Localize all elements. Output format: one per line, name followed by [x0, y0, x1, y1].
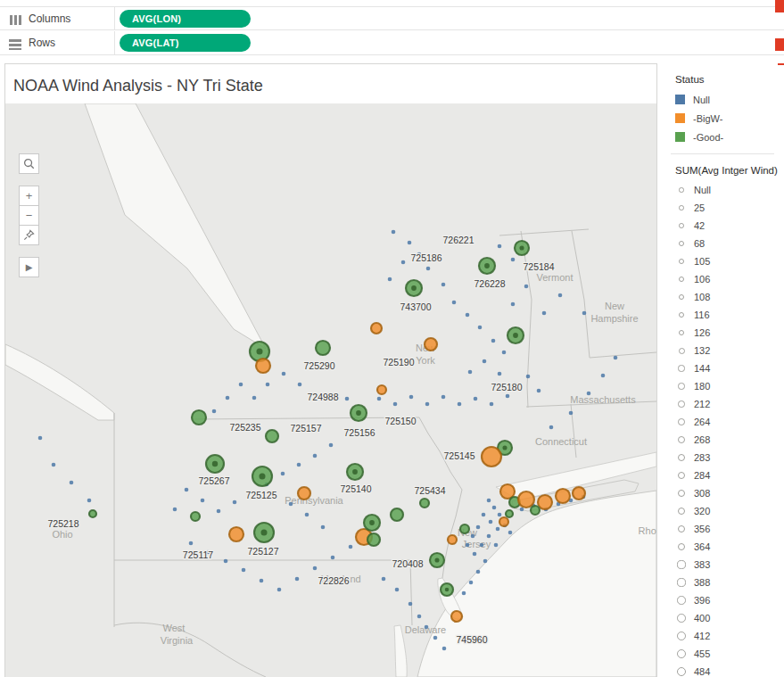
toolbar-expand-button[interactable]: ▶: [19, 257, 39, 277]
station-mark-good[interactable]: [89, 510, 96, 517]
station-mark-null[interactable]: [313, 566, 318, 571]
station-mark-null[interactable]: [442, 283, 446, 287]
size-legend-item[interactable]: 180: [667, 377, 778, 395]
station-mark-null[interactable]: [498, 372, 502, 376]
station-mark-null[interactable]: [217, 509, 221, 514]
station-mark-null[interactable]: [492, 506, 497, 510]
station-mark-null[interactable]: [282, 372, 286, 376]
station-mark-null[interactable]: [252, 396, 257, 400]
station-mark-null[interactable]: [442, 647, 447, 651]
size-legend-item[interactable]: 396: [667, 591, 778, 609]
size-legend-item[interactable]: 388: [667, 574, 778, 591]
size-legend-item[interactable]: 264: [667, 413, 778, 431]
station-mark-null[interactable]: [469, 581, 474, 585]
station-mark-good[interactable]: [316, 341, 330, 355]
station-mark-null[interactable]: [483, 559, 488, 564]
station-mark-null[interactable]: [382, 577, 386, 582]
station-mark-null[interactable]: [38, 436, 43, 441]
size-legend-item[interactable]: 400: [667, 609, 778, 627]
size-legend-item[interactable]: 132: [667, 342, 778, 359]
size-legend-item[interactable]: 144: [667, 359, 778, 377]
station-mark-null[interactable]: [569, 411, 574, 416]
station-mark-null[interactable]: [489, 520, 493, 524]
station-mark-null[interactable]: [349, 545, 353, 549]
size-legend-item[interactable]: 105: [667, 252, 778, 270]
station-mark-null[interactable]: [614, 356, 618, 360]
station-mark-null[interactable]: [511, 302, 516, 307]
station-mark-good[interactable]: [531, 506, 540, 515]
size-legend-item[interactable]: 25: [667, 199, 778, 217]
station-mark-null[interactable]: [277, 588, 282, 592]
size-legend-item[interactable]: 106: [667, 270, 778, 288]
size-legend-item[interactable]: 42: [667, 217, 778, 235]
size-legend-item[interactable]: 126: [667, 324, 778, 342]
rows-shelf[interactable]: Rows AVG(LAT): [0, 31, 784, 55]
station-mark-null[interactable]: [393, 402, 398, 407]
station-mark-null[interactable]: [466, 543, 470, 548]
station-mark-null[interactable]: [295, 577, 300, 582]
station-mark-null[interactable]: [242, 568, 246, 573]
station-mark-null[interactable]: [329, 443, 334, 448]
station-mark-bigw[interactable]: [556, 489, 570, 503]
station-mark-null[interactable]: [558, 293, 563, 298]
station-mark-null[interactable]: [224, 559, 228, 564]
station-mark-null[interactable]: [490, 402, 494, 407]
station-mark-good[interactable]: [367, 533, 380, 546]
station-mark-null[interactable]: [313, 454, 318, 458]
station-mark-null[interactable]: [452, 301, 457, 305]
station-mark-null[interactable]: [483, 359, 487, 364]
station-mark-null[interactable]: [305, 513, 309, 517]
station-mark-null[interactable]: [409, 602, 413, 607]
station-mark-null[interactable]: [476, 570, 481, 574]
size-legend-item[interactable]: Null: [667, 181, 778, 199]
station-mark-null[interactable]: [388, 277, 392, 282]
station-mark-null[interactable]: [476, 525, 481, 530]
station-mark-null[interactable]: [321, 525, 326, 530]
station-mark-null[interactable]: [298, 383, 302, 387]
columns-shelf[interactable]: Columns AVG(LON): [0, 6, 784, 30]
size-legend-item[interactable]: 455: [667, 645, 778, 663]
station-mark-bigw[interactable]: [451, 611, 462, 622]
station-mark-null[interactable]: [408, 241, 412, 245]
station-mark-good[interactable]: [420, 499, 429, 508]
map-canvas[interactable]: NewYorkVermontNewHampshireMassachusettsC…: [5, 103, 656, 677]
station-mark-null[interactable]: [468, 370, 473, 375]
station-mark-null[interactable]: [487, 534, 491, 539]
rows-pill-avg-lat[interactable]: AVG(LAT): [120, 34, 251, 52]
station-mark-null[interactable]: [433, 636, 438, 640]
station-mark-null[interactable]: [189, 541, 194, 546]
station-mark-null[interactable]: [471, 534, 475, 539]
status-legend-item[interactable]: -Good-: [667, 128, 778, 146]
size-legend-item[interactable]: 212: [667, 395, 778, 413]
size-legend-item[interactable]: 356: [667, 520, 778, 538]
station-mark-null[interactable]: [212, 409, 217, 414]
station-mark-null[interactable]: [587, 392, 591, 396]
station-mark-null[interactable]: [201, 499, 205, 503]
size-legend-item[interactable]: 284: [667, 466, 778, 484]
station-mark-bigw[interactable]: [229, 527, 243, 541]
station-mark-good[interactable]: [191, 512, 200, 521]
station-mark-null[interactable]: [491, 339, 496, 343]
status-legend-item[interactable]: Null: [667, 90, 778, 109]
pin-button[interactable]: [19, 225, 39, 245]
zoom-out-button[interactable]: −: [19, 205, 39, 226]
station-mark-null[interactable]: [466, 313, 470, 318]
station-mark-null[interactable]: [426, 267, 431, 271]
station-mark-null[interactable]: [502, 351, 507, 355]
station-mark-null[interactable]: [185, 488, 189, 492]
station-mark-null[interactable]: [239, 383, 243, 387]
station-mark-bigw[interactable]: [298, 487, 310, 499]
size-legend-item[interactable]: 68: [667, 235, 778, 252]
station-mark-null[interactable]: [462, 591, 466, 596]
station-mark-null[interactable]: [549, 425, 554, 430]
station-mark-null[interactable]: [482, 513, 486, 517]
station-mark-null[interactable]: [478, 326, 483, 330]
station-mark-null[interactable]: [487, 499, 491, 503]
size-legend-item[interactable]: 364: [667, 538, 778, 556]
station-mark-null[interactable]: [601, 374, 606, 378]
station-mark-null[interactable]: [377, 397, 382, 401]
station-mark-null[interactable]: [173, 508, 177, 512]
station-mark-bigw[interactable]: [448, 535, 457, 544]
zoom-in-button[interactable]: +: [19, 186, 39, 206]
station-mark-good[interactable]: [506, 510, 513, 517]
